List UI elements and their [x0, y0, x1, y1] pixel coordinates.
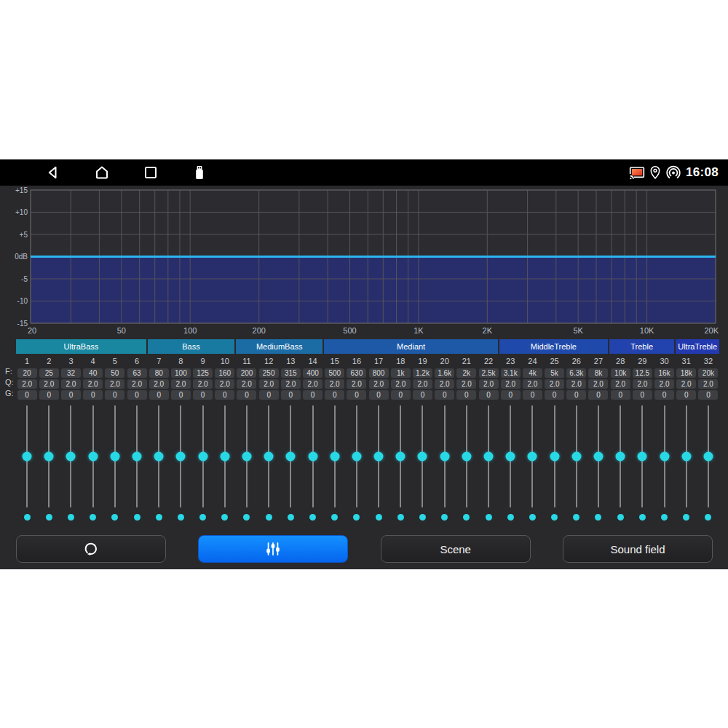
freq-value-chip[interactable]: 6.3k: [566, 368, 586, 378]
freq-value-chip[interactable]: 12.5: [633, 368, 652, 378]
gain-slider[interactable]: [38, 405, 60, 507]
freq-value-chip[interactable]: 1k: [391, 368, 411, 378]
gain-slider[interactable]: [104, 405, 126, 507]
slider-thumb[interactable]: [66, 452, 76, 462]
gain-value-chip[interactable]: 0: [171, 390, 191, 400]
slider-thumb[interactable]: [264, 452, 274, 462]
gain-value-chip[interactable]: 0: [435, 390, 454, 400]
gain-slider[interactable]: [60, 405, 82, 507]
slider-thumb[interactable]: [571, 452, 581, 462]
gain-value-chip[interactable]: 0: [83, 390, 103, 400]
gain-value-chip[interactable]: 0: [588, 390, 608, 400]
gain-value-chip[interactable]: 0: [413, 390, 432, 400]
gain-value-chip[interactable]: 0: [237, 390, 256, 400]
q-value-chip[interactable]: 2.0: [545, 379, 564, 389]
gain-slider[interactable]: [499, 405, 521, 507]
slider-thumb[interactable]: [462, 452, 471, 462]
q-value-chip[interactable]: 2.0: [391, 379, 411, 389]
slider-thumb[interactable]: [396, 452, 405, 462]
q-value-chip[interactable]: 2.0: [259, 379, 279, 389]
gain-value-chip[interactable]: 0: [611, 390, 630, 400]
gain-slider[interactable]: [587, 405, 609, 507]
q-value-chip[interactable]: 2.0: [215, 379, 234, 389]
reset-button[interactable]: [16, 535, 166, 563]
freq-value-chip[interactable]: 10k: [611, 368, 630, 378]
q-value-chip[interactable]: 2.0: [149, 379, 169, 389]
freq-value-chip[interactable]: 18k: [676, 368, 696, 378]
gain-value-chip[interactable]: 0: [698, 390, 718, 400]
freq-value-chip[interactable]: 8k: [588, 368, 608, 378]
gain-slider[interactable]: [609, 405, 631, 507]
slider-thumb[interactable]: [550, 452, 559, 462]
freq-value-chip[interactable]: 500: [325, 368, 344, 378]
freq-value-chip[interactable]: 20k: [698, 368, 718, 378]
freq-value-chip[interactable]: 630: [347, 368, 366, 378]
gain-slider[interactable]: [16, 405, 38, 507]
freq-value-chip[interactable]: 160: [215, 368, 234, 378]
freq-value-chip[interactable]: 1.6k: [435, 368, 454, 378]
q-value-chip[interactable]: 2.0: [501, 379, 521, 389]
q-value-chip[interactable]: 2.0: [523, 379, 542, 389]
q-value-chip[interactable]: 2.0: [654, 379, 674, 389]
gain-slider[interactable]: [214, 405, 236, 507]
gain-value-chip[interactable]: 0: [127, 390, 147, 400]
slider-thumb[interactable]: [528, 452, 537, 462]
slider-thumb[interactable]: [220, 452, 229, 462]
gain-slider[interactable]: [301, 405, 323, 507]
band-ultrabass[interactable]: UltraBass: [16, 339, 146, 354]
gain-value-chip[interactable]: 0: [105, 390, 124, 400]
slider-thumb[interactable]: [703, 452, 713, 462]
q-value-chip[interactable]: 2.0: [105, 379, 124, 389]
gain-value-chip[interactable]: 0: [633, 390, 652, 400]
freq-value-chip[interactable]: 80: [149, 368, 169, 378]
gain-slider[interactable]: [368, 405, 389, 507]
gain-slider[interactable]: [631, 405, 653, 507]
slider-thumb[interactable]: [132, 452, 142, 462]
sound-field-button[interactable]: Sound field: [563, 535, 713, 563]
freq-value-chip[interactable]: 16k: [654, 368, 674, 378]
q-value-chip[interactable]: 2.0: [237, 379, 256, 389]
gain-value-chip[interactable]: 0: [149, 390, 169, 400]
freq-value-chip[interactable]: 1.2k: [413, 368, 432, 378]
gain-slider[interactable]: [389, 405, 411, 507]
gain-value-chip[interactable]: 0: [17, 390, 37, 400]
gain-slider[interactable]: [653, 405, 675, 507]
slider-thumb[interactable]: [330, 452, 339, 462]
freq-value-chip[interactable]: 125: [193, 368, 213, 378]
gain-slider[interactable]: [676, 405, 697, 507]
slider-thumb[interactable]: [616, 452, 625, 462]
slider-thumb[interactable]: [242, 452, 251, 462]
gain-slider[interactable]: [236, 405, 258, 507]
gain-slider[interactable]: [411, 405, 433, 507]
gain-slider[interactable]: [280, 405, 301, 507]
slider-thumb[interactable]: [88, 452, 98, 462]
slider-thumb[interactable]: [286, 452, 296, 462]
q-value-chip[interactable]: 2.0: [413, 379, 432, 389]
freq-value-chip[interactable]: 25: [39, 368, 59, 378]
gain-value-chip[interactable]: 0: [61, 390, 81, 400]
gain-value-chip[interactable]: 0: [501, 390, 521, 400]
gain-value-chip[interactable]: 0: [325, 390, 344, 400]
freq-value-chip[interactable]: 315: [281, 368, 301, 378]
slider-thumb[interactable]: [110, 452, 119, 462]
slider-thumb[interactable]: [484, 452, 494, 462]
slider-thumb[interactable]: [418, 452, 427, 462]
gain-value-chip[interactable]: 0: [479, 390, 499, 400]
band-bass[interactable]: Bass: [148, 339, 234, 354]
freq-value-chip[interactable]: 3.1k: [501, 368, 521, 378]
freq-value-chip[interactable]: 40: [83, 368, 103, 378]
freq-value-chip[interactable]: 250: [259, 368, 279, 378]
home-button[interactable]: [93, 164, 111, 181]
freq-value-chip[interactable]: 5k: [545, 368, 564, 378]
freq-value-chip[interactable]: 2.5k: [479, 368, 499, 378]
slider-thumb[interactable]: [440, 452, 449, 462]
band-middletreble[interactable]: MiddleTreble: [499, 339, 608, 354]
gain-value-chip[interactable]: 0: [281, 390, 301, 400]
equalizer-button[interactable]: [198, 535, 348, 563]
freq-value-chip[interactable]: 200: [237, 368, 256, 378]
q-value-chip[interactable]: 2.0: [479, 379, 499, 389]
slider-thumb[interactable]: [154, 452, 164, 462]
gain-slider[interactable]: [258, 405, 280, 507]
gain-slider[interactable]: [456, 405, 478, 507]
gain-slider[interactable]: [192, 405, 214, 507]
